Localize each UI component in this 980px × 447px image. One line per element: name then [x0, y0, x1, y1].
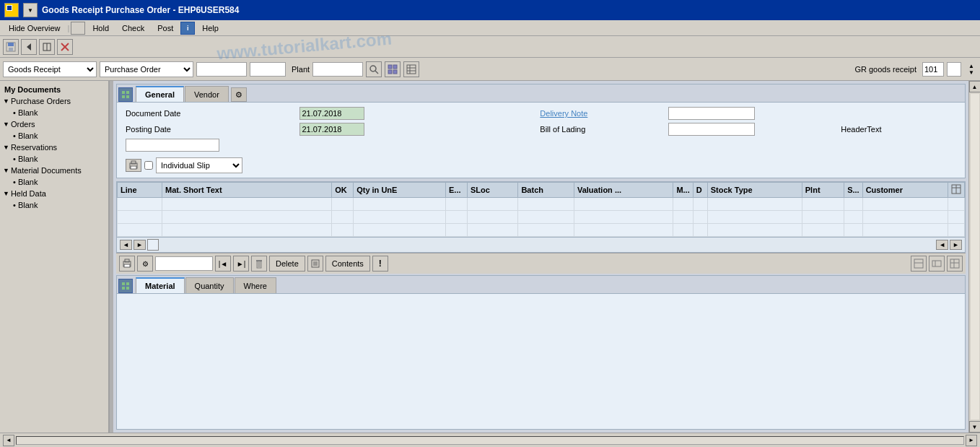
new-doc-icon[interactable] — [71, 22, 85, 35]
end-button[interactable] — [39, 39, 55, 55]
ref-doc-number-input[interactable] — [196, 62, 247, 77]
sidebar-item-held-data-blank[interactable]: • Blank — [0, 199, 108, 211]
delete-button[interactable]: Delete — [269, 256, 305, 272]
document-date-input[interactable] — [299, 107, 364, 120]
tab-where[interactable]: Where — [235, 277, 276, 293]
settings2-button[interactable]: ⚙ — [137, 256, 153, 272]
detail-section: Material Quantity Where — [116, 275, 966, 430]
sidebar-item-reservations-blank[interactable]: • Blank — [0, 153, 108, 165]
sidebar-item-orders-blank[interactable]: • Blank — [0, 130, 108, 142]
detail-panel-icon[interactable] — [118, 279, 133, 293]
cell-val[interactable] — [574, 198, 673, 211]
first-record-button[interactable]: |◄ — [215, 256, 231, 272]
table-scroll-left[interactable]: ◄ — [936, 240, 948, 250]
header-text-label: HeaderText — [841, 125, 956, 134]
cell-ok[interactable] — [332, 198, 354, 211]
save-button[interactable] — [3, 39, 19, 55]
delivery-note-input[interactable] — [668, 107, 755, 120]
print2-button[interactable] — [119, 256, 135, 272]
cancel-button[interactable] — [57, 39, 73, 55]
tab-vendor[interactable]: Vendor — [185, 86, 229, 102]
sidebar-group-label-material-docs[interactable]: ▼ Material Documents — [0, 165, 108, 176]
detail-middle-button[interactable] — [929, 256, 945, 272]
detail-right-button[interactable] — [947, 256, 963, 272]
menu-hide-overview[interactable]: Hide Overview — [3, 22, 66, 34]
h-scroll-left-button[interactable]: ◄ — [3, 435, 14, 446]
contents-icon-button[interactable] — [307, 256, 323, 272]
tab-settings-icon[interactable]: ⚙ — [231, 87, 247, 102]
app-icon — [4, 3, 19, 17]
sidebar-item-material-docs-blank[interactable]: • Blank — [0, 176, 108, 188]
right-scrollbar: ▲ ▼ — [968, 81, 980, 433]
nav-left-icon[interactable]: ◄ — [120, 240, 132, 250]
cell-d[interactable] — [693, 198, 707, 211]
scroll-up-button[interactable]: ▲ — [969, 81, 981, 92]
gr-extra-input[interactable] — [947, 62, 961, 77]
detail-left-button[interactable] — [911, 256, 927, 272]
scroll-thumb[interactable] — [971, 94, 979, 420]
search-input[interactable] — [155, 256, 213, 271]
plant-label: Plant — [292, 65, 310, 74]
grid-icon-button[interactable] — [385, 61, 401, 77]
collapse-icon-orders: ▼ — [3, 121, 9, 128]
cell-s[interactable] — [844, 198, 863, 211]
info-icon[interactable]: i — [180, 22, 195, 35]
menu-post[interactable]: Post — [152, 22, 179, 34]
menu-hold[interactable]: Hold — [87, 22, 115, 34]
menu-check[interactable]: Check — [116, 22, 150, 34]
nav-right-icon[interactable]: ► — [134, 240, 146, 250]
bottom-toolbar: ⚙ |◄ ►| Delete Contents ! — [116, 253, 966, 274]
h-scroll-right-button[interactable]: ► — [966, 435, 977, 446]
sidebar-group-label-held-data[interactable]: ▼ Held Data — [0, 188, 108, 199]
nav-checkbox[interactable] — [147, 239, 159, 251]
header-text-input[interactable] — [126, 139, 219, 152]
print-checkbox[interactable] — [144, 161, 153, 170]
scroll-down-button[interactable]: ▼ — [969, 421, 981, 433]
delete-btn-icon[interactable] — [251, 256, 267, 272]
tab-quantity[interactable]: Quantity — [185, 277, 234, 293]
ref-doc-select[interactable]: Purchase Order Reservation — [100, 61, 193, 77]
sidebar-group-label-reservations[interactable]: ▼ Reservations — [0, 142, 108, 153]
cell-customer[interactable] — [862, 198, 948, 211]
col-valuation: Valuation ... — [574, 183, 673, 198]
menu-help[interactable]: Help — [196, 22, 224, 34]
cell-m[interactable] — [673, 198, 693, 211]
sidebar-group-label-orders[interactable]: ▼ Orders — [0, 118, 108, 130]
tab-general[interactable]: General — [136, 86, 184, 102]
col-settings[interactable] — [948, 183, 965, 198]
cell-plnt[interactable] — [802, 198, 844, 211]
table-icon-button[interactable] — [403, 61, 419, 77]
contents-button[interactable]: Contents — [325, 256, 370, 272]
content-area: General Vendor ⚙ Document Date Delivery … — [113, 81, 968, 433]
scroll-down-icon[interactable]: ▼ — [968, 69, 974, 76]
last-record-button[interactable]: ►| — [233, 256, 249, 272]
cell-stock[interactable] — [707, 198, 802, 211]
cell-mat[interactable] — [162, 198, 331, 211]
h-scrollbar[interactable] — [16, 436, 964, 445]
slip-type-select[interactable]: Individual Slip Collective Slip — [156, 157, 242, 173]
svg-rect-3 — [8, 43, 14, 46]
tab-material[interactable]: Material — [136, 277, 185, 293]
cell-line[interactable] — [118, 198, 162, 211]
sidebar-item-purchase-orders-blank[interactable]: • Blank — [0, 107, 108, 118]
sidebar-group-label-purchase-orders[interactable]: ▼ Purchase Orders — [0, 95, 108, 107]
exclamation-button[interactable]: ! — [372, 256, 388, 272]
cell-e[interactable] — [446, 198, 468, 211]
posting-date-input[interactable] — [299, 123, 364, 136]
svg-rect-23 — [126, 95, 129, 98]
gr-value-input[interactable] — [922, 62, 944, 77]
search-icon-button[interactable] — [366, 61, 382, 77]
bill-of-lading-input[interactable] — [668, 123, 755, 136]
ref-doc-number-input2[interactable] — [250, 62, 286, 77]
cell-qty[interactable] — [354, 198, 446, 211]
back-button[interactable] — [21, 39, 37, 55]
cell-sloc[interactable] — [468, 198, 518, 211]
panel-header-icon[interactable] — [118, 87, 133, 102]
cell-batch[interactable] — [518, 198, 574, 211]
plant-input[interactable] — [312, 62, 363, 77]
table-scroll-right[interactable]: ► — [950, 240, 962, 250]
scroll-up-icon[interactable]: ▲ — [968, 63, 974, 69]
movement-type-select[interactable]: Goods Receipt Goods Issue Transfer — [3, 61, 97, 77]
print-button[interactable] — [126, 159, 141, 172]
svg-rect-4 — [9, 48, 13, 51]
